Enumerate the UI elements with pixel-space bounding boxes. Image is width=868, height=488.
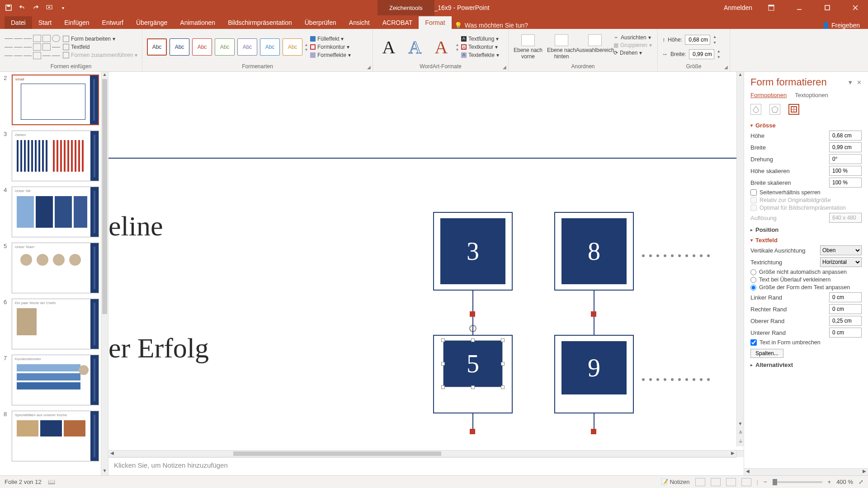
input-rotation[interactable]	[829, 154, 862, 164]
scroll-down-icon[interactable]: ▼	[101, 468, 108, 475]
normal-view-icon[interactable]	[695, 478, 705, 486]
editor-hscroll[interactable]: ◀ ▶	[108, 450, 736, 457]
qat-more-icon[interactable]: ▾	[59, 4, 67, 12]
tab-review[interactable]: Überprüfen	[298, 16, 343, 29]
size-properties-icon[interactable]	[788, 104, 799, 115]
input-height[interactable]	[829, 131, 862, 141]
send-backward-button[interactable]: Ebene nach hinten	[547, 34, 576, 60]
sorter-view-icon[interactable]	[711, 478, 721, 486]
shape-outline-button[interactable]: Formkontur ▾	[310, 44, 351, 50]
radio-auto-fit[interactable]: Größe der Form dem Text anpassen	[750, 284, 862, 291]
scroll-up-icon[interactable]: ▲	[101, 72, 108, 79]
tab-insert[interactable]: Einfügen	[58, 16, 95, 29]
height-input[interactable]	[685, 35, 710, 45]
tab-design[interactable]: Entwurf	[96, 16, 130, 29]
style-item[interactable]: Abc	[237, 38, 257, 56]
check-lock-aspect[interactable]: Seitenverhältnis sperren	[750, 189, 862, 196]
width-field[interactable]: ↔Breite:▲▼	[662, 49, 721, 59]
input-width[interactable]	[829, 142, 862, 152]
scroll-left-icon[interactable]: ◀	[744, 469, 751, 476]
undo-icon[interactable]	[18, 4, 26, 12]
dialog-launcher-icon[interactable]: ◢	[367, 65, 371, 70]
minimize-icon[interactable]	[790, 0, 808, 15]
input-scale-w[interactable]	[829, 178, 862, 188]
zoom-in-icon[interactable]: +	[828, 479, 831, 485]
section-textbox[interactable]: ▾Textfeld	[750, 237, 862, 244]
merge-shapes-button[interactable]: Formen zusammenführen ▾	[63, 52, 137, 58]
pane-hscroll[interactable]: ◀ ▶	[744, 468, 868, 475]
tab-acrobat[interactable]: ACROBAT	[376, 16, 419, 29]
spellcheck-icon[interactable]: 📖	[48, 479, 55, 485]
align-button[interactable]: ⫟Ausrichten ▾	[613, 34, 652, 41]
signin-link[interactable]: Anmelden	[724, 4, 752, 11]
reading-view-icon[interactable]	[726, 478, 736, 486]
effects-icon[interactable]	[769, 104, 780, 115]
tab-slideshow[interactable]: Bildschirmpräsentation	[222, 16, 298, 29]
share-button[interactable]: 👤 Freigeben	[822, 22, 860, 29]
scroll-right-icon[interactable]: ▶	[729, 450, 736, 458]
select-dir[interactable]: Horizontal	[820, 257, 862, 267]
tab-format[interactable]: Format	[419, 16, 451, 29]
width-input[interactable]	[689, 49, 714, 59]
connector-handle[interactable]	[591, 311, 596, 317]
slide-thumb-8[interactable]: Spezialitäten aus unserer Küche	[12, 411, 99, 461]
start-from-beginning-icon[interactable]	[45, 4, 53, 12]
text-effects-button[interactable]: ATexteffekte ▾	[461, 52, 499, 58]
section-alttext[interactable]: ▸Alternativtext	[750, 361, 862, 368]
style-item[interactable]: Abc	[260, 38, 280, 56]
pane-dropdown-icon[interactable]: ▼	[847, 79, 853, 86]
tab-transitions[interactable]: Übergänge	[130, 16, 174, 29]
rotate-button[interactable]: ⟳Drehen ▾	[613, 50, 652, 56]
slide-thumb-5[interactable]: Unser Team	[12, 243, 99, 293]
scroll-down-icon[interactable]: ▼	[737, 421, 744, 428]
shapes-gallery[interactable]	[5, 35, 60, 59]
ribbon-display-icon[interactable]	[762, 0, 780, 15]
dialog-launcher-icon[interactable]: ◢	[503, 65, 506, 70]
selection-pane-button[interactable]: Auswahlbereich	[580, 34, 610, 53]
wordart-item[interactable]: A	[404, 35, 426, 59]
next-slide-icon[interactable]: ≟	[737, 439, 744, 446]
slide-thumb-7[interactable]: Kundenstimmen	[12, 355, 99, 405]
connector-handle[interactable]	[470, 311, 475, 317]
notes-area[interactable]: Klicken Sie, um Notizen hinzuzufügen	[108, 457, 736, 475]
style-item[interactable]: Abc	[170, 38, 189, 56]
height-field[interactable]: ↕Höhe:▲▼	[662, 35, 721, 45]
input-margin-r[interactable]	[829, 304, 862, 314]
scroll-up-icon[interactable]: ▲	[737, 72, 744, 79]
thumbs-scrollbar[interactable]: ▲ ▼	[101, 72, 108, 475]
shape-styles-gallery[interactable]: Abc Abc Abc Abc Abc Abc Abc ▴▾	[147, 38, 307, 56]
text-outline-button[interactable]: ATextkontur ▾	[461, 44, 499, 50]
check-wrap[interactable]: Text in Form umbrechen	[750, 339, 862, 346]
dialog-launcher-icon[interactable]: ◢	[724, 65, 728, 70]
slide-thumb-2[interactable]: Inhalt	[12, 75, 99, 125]
section-size[interactable]: ▾Grösse	[750, 122, 862, 129]
hscroll-handle[interactable]	[233, 451, 441, 456]
input-scale-h[interactable]	[829, 166, 862, 176]
textbox-button[interactable]: Textfeld	[63, 44, 137, 50]
box-5[interactable]: 5	[443, 340, 503, 387]
fill-line-icon[interactable]	[750, 104, 761, 115]
scroll-left-icon[interactable]: ◀	[108, 450, 116, 458]
scroll-right-icon[interactable]: ▶	[861, 469, 868, 476]
pane-close-icon[interactable]: ✕	[857, 79, 862, 86]
text-fill-button[interactable]: ATextfüllung ▾	[461, 36, 499, 42]
zoom-out-icon[interactable]: −	[764, 479, 767, 485]
edit-shape-button[interactable]: Form bearbeiten ▾	[63, 36, 137, 42]
input-margin-b[interactable]	[829, 328, 862, 338]
wordart-gallery[interactable]: A A A ▴▾	[377, 35, 458, 59]
slide-thumb-6[interactable]: Ein paar Worte der Chefs	[12, 299, 99, 349]
zoom-slider[interactable]	[773, 481, 822, 483]
slide-thumb-4[interactable]: Unser Stil	[12, 187, 99, 237]
close-icon[interactable]	[846, 0, 864, 15]
radio-auto-shrink[interactable]: Text bei Überlauf verkleinern	[750, 277, 862, 283]
tab-view[interactable]: Ansicht	[343, 16, 376, 29]
wordart-item[interactable]: A	[377, 35, 400, 59]
redo-icon[interactable]	[32, 4, 40, 12]
slideshow-view-icon[interactable]	[741, 478, 751, 486]
zoom-level[interactable]: 400 %	[836, 479, 853, 485]
fit-to-window-icon[interactable]: ⤢	[859, 479, 863, 485]
style-item[interactable]: Abc	[147, 38, 167, 56]
pane-tab-text[interactable]: Textoptionen	[795, 92, 828, 99]
editor-vscroll[interactable]: ▲ ▼ ≜ ≟	[736, 72, 744, 446]
connector-handle[interactable]	[591, 429, 596, 434]
